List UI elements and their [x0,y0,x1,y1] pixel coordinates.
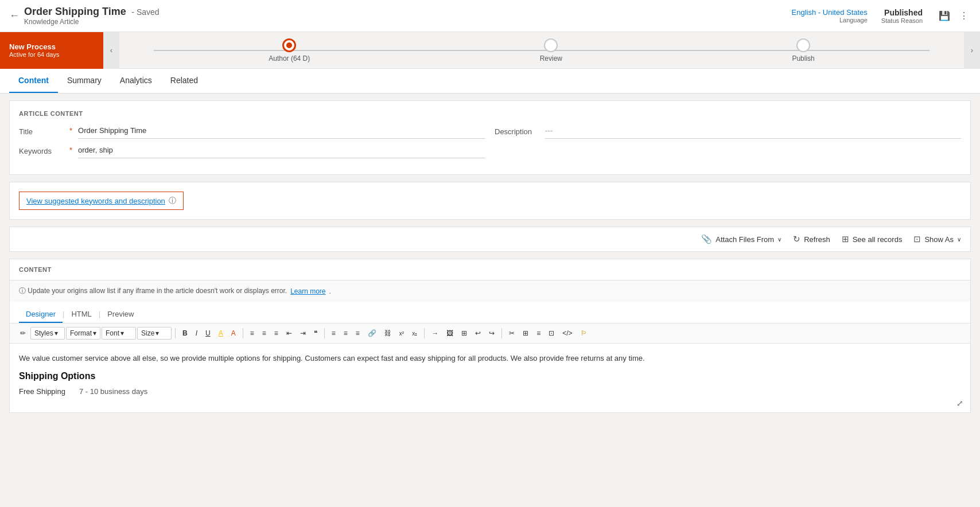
header-title-block: Order Shipping Time - Saved Knowledge Ar… [24,6,160,26]
status-label: Status Reason [881,17,923,24]
italic-button[interactable]: I [192,327,201,339]
editor-content[interactable]: We value customer service above all else… [10,344,970,412]
tab-analytics[interactable]: Analytics [111,69,161,93]
description-value[interactable]: --- [545,126,961,139]
step-circle-publish [796,38,810,52]
insert-table-button[interactable]: ⊡ [545,327,558,339]
app-header: ← Order Shipping Time - Saved Knowledge … [0,0,980,32]
styles-dropdown[interactable]: Styles ▾ [30,327,65,340]
main-content: ARTICLE CONTENT Title * Order Shipping T… [0,93,980,420]
shipping-table: Free Shipping 7 - 10 business days [19,387,961,396]
editor-body-text: We value customer service above all else… [19,353,961,364]
redo-button[interactable]: ↪ [485,327,498,339]
process-step-publish[interactable]: Publish [792,38,814,63]
unlink-button[interactable]: ⛓ [381,327,395,339]
styles-label: Styles [34,329,53,337]
size-dropdown[interactable]: Size ▾ [137,327,172,340]
saved-label: - Saved [131,7,159,17]
justify-center-button[interactable]: ≡ [340,327,351,339]
process-chevron-left[interactable]: ‹ [103,32,119,69]
page-title: Order Shipping Time [24,6,126,17]
designer-tab-html[interactable]: HTML [64,306,98,323]
header-title: Order Shipping Time - Saved [24,6,160,18]
save-icon[interactable]: 💾 [936,8,952,24]
show-as-chevron: ∨ [957,236,961,243]
sep-4 [424,328,425,338]
size-label: Size [141,329,154,337]
process-step-review[interactable]: Review [540,38,562,63]
link-button[interactable]: 🔗 [364,327,380,339]
see-all-records-button[interactable]: ⊞ See all records [842,234,903,244]
editor-toolbar: ✏ Styles ▾ Format ▾ Font ▾ Size ▾ [10,323,970,344]
expand-icon[interactable]: ⤢ [956,399,963,408]
process-steps: Author (64 D) Review Publish [119,38,964,63]
superscript-button[interactable]: x² [396,329,407,338]
font-color-button[interactable]: A [228,327,239,339]
language-selector[interactable]: English - United States Language [792,8,868,24]
language-value[interactable]: English - United States [792,8,868,17]
process-step-author[interactable]: Author (64 D) [269,38,310,63]
step-label-author: Author (64 D) [269,54,310,63]
format-dropdown[interactable]: Format ▾ [66,327,100,340]
attach-files-button[interactable]: 📎 Attach Files From ∨ [701,234,781,244]
designer-tab-designer[interactable]: Designer [19,306,63,323]
flag-button[interactable]: 🏳 [577,327,591,339]
title-label: Title [19,126,65,136]
indent-button[interactable]: ⇥ [297,327,309,339]
font-dropdown[interactable]: Font ▾ [102,327,136,340]
subscript-button[interactable]: x₂ [409,329,421,338]
see-all-icon: ⊞ [842,234,849,244]
title-required: * [69,126,72,135]
tab-related[interactable]: Related [161,69,207,93]
align-center-button[interactable]: ≡ [259,327,270,339]
table-button[interactable]: ⊞ [458,327,470,339]
bold-button[interactable]: B [179,327,191,339]
source-button[interactable]: ✂ [505,327,518,339]
learn-more-link[interactable]: Learn more [290,287,325,295]
editor-pencil-icon[interactable]: ✏ [17,327,29,339]
designer-tab-preview[interactable]: Preview [100,306,141,323]
align-right-button[interactable]: ≡ [271,327,282,339]
title-field-row: Title * Order Shipping Time [19,126,485,139]
outdent-button[interactable]: ⇤ [283,327,295,339]
tab-summary[interactable]: Summary [58,69,111,93]
align-left-button[interactable]: ≡ [247,327,258,339]
process-chevron-right[interactable]: › [964,32,980,69]
back-button[interactable]: ← [9,10,20,22]
attach-label: Attach Files From [715,235,774,244]
keywords-required: * [69,146,72,154]
tab-content[interactable]: Content [9,69,58,93]
status-block: Published Status Reason [881,8,923,24]
keywords-value[interactable]: order, ship [78,146,485,158]
title-value[interactable]: Order Shipping Time [78,126,485,139]
justify-left-button[interactable]: ≡ [328,327,339,339]
show-as-button[interactable]: ⊡ Show As ∨ [913,234,961,244]
list-button[interactable]: ≡ [533,327,544,339]
attach-icon: 📎 [701,234,712,244]
highlight-button[interactable]: A [215,327,227,339]
format-chevron: ▾ [93,329,96,337]
sep-5 [501,328,502,338]
show-as-icon: ⊡ [913,234,921,244]
shipping-row-free: Free Shipping 7 - 10 business days [19,387,961,396]
header-right: English - United States Language Publish… [792,8,971,24]
insert-grid-button[interactable]: ⊞ [519,327,532,339]
sep-3 [324,328,325,338]
underline-button[interactable]: U [202,327,214,339]
justify-right-button[interactable]: ≡ [352,327,363,339]
header-subtitle: Knowledge Article [24,18,160,26]
more-options-icon[interactable]: ⋮ [957,8,971,24]
main-tabs: Content Summary Analytics Related [0,69,980,93]
image-button[interactable]: 🖼 [443,327,457,339]
undo-button[interactable]: ↩ [472,327,484,339]
keywords-field-row: Keywords * order, ship [19,146,485,158]
insert-arrow-button[interactable]: → [428,327,442,339]
code-button[interactable]: </> [559,327,575,339]
content-section-inner: Designer | HTML | Preview ✏ Styles ▾ For… [10,302,970,412]
status-value: Published [881,8,923,17]
toolbar-card: 📎 Attach Files From ∨ ↻ Refresh ⊞ See al… [9,227,971,252]
refresh-button[interactable]: ↻ Refresh [793,234,830,244]
process-active-block: New Process Active for 64 days [0,32,103,69]
blockquote-button[interactable]: ❝ [310,327,321,339]
suggested-keywords-link[interactable]: View suggested keywords and description [26,197,165,205]
